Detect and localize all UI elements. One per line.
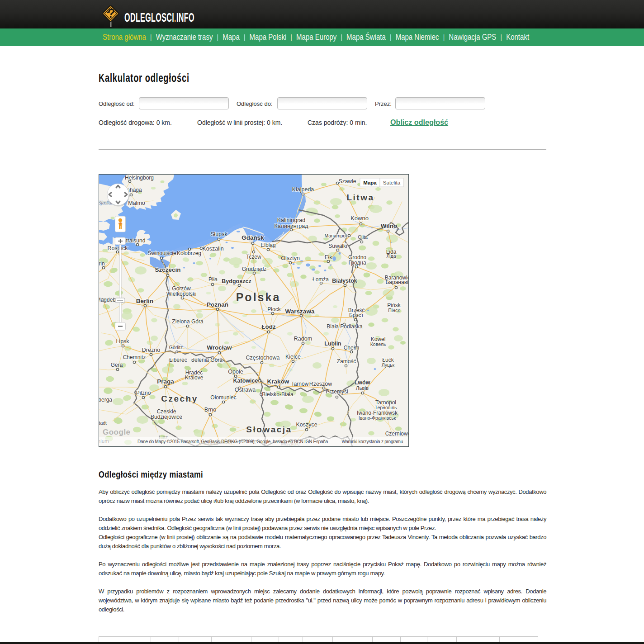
svg-text:Kaliningrad: Kaliningrad: [277, 217, 306, 223]
svg-text:Kołobrzeg: Kołobrzeg: [177, 250, 201, 256]
svg-text:Warszawa: Warszawa: [285, 308, 315, 315]
svg-text:Łomża: Łomża: [313, 276, 329, 283]
svg-text:Gdańsk: Gdańsk: [242, 234, 264, 241]
svg-text:Ковель: Ковель: [370, 341, 386, 347]
svg-text:Budziejowice: Budziejowice: [151, 414, 182, 420]
svg-text:Czechy: Czechy: [161, 394, 198, 403]
svg-text:Bielsko-Biała: Bielsko-Biała: [262, 391, 294, 398]
svg-text:Olsztyn: Olsztyn: [281, 255, 300, 261]
svg-text:Schwerin: Schwerin: [99, 260, 105, 267]
svg-text:Katowice: Katowice: [233, 378, 258, 384]
svg-text:Пінск: Пінск: [388, 308, 400, 313]
svg-text:Słupsk: Słupsk: [210, 231, 227, 237]
svg-text:Tczew: Tczew: [246, 254, 261, 260]
svg-text:Луцьк: Луцьк: [382, 362, 395, 368]
svg-text:Białystok: Białystok: [332, 278, 357, 284]
svg-text:Norymberga: Norymberga: [99, 397, 112, 403]
svg-text:Rostock: Rostock: [107, 245, 128, 251]
svg-text:Mapa: Mapa: [363, 180, 377, 185]
svg-text:Wielkopolski: Wielkopolski: [166, 291, 197, 297]
svg-text:Lublin: Lublin: [324, 341, 341, 347]
svg-text:Івано-Франківськ: Івано-Франківськ: [359, 415, 396, 421]
svg-text:Ostrawa: Ostrawa: [235, 387, 256, 393]
svg-text:Görlitz: Görlitz: [169, 345, 183, 350]
svg-text:Zamość: Zamość: [337, 358, 356, 365]
svg-text:Radom: Radom: [294, 336, 312, 342]
svg-text:Łódź: Łódź: [261, 323, 276, 330]
svg-text:Брэст: Брэст: [349, 312, 364, 318]
svg-text:Helsingborg: Helsingborg: [125, 175, 154, 181]
svg-text:Szczecin: Szczecin: [155, 266, 180, 273]
svg-text:Dane do Mapy ©2015 Basarsoft,: Dane do Mapy ©2015 Basarsoft, GeoBasis-D…: [137, 439, 328, 444]
svg-text:Elbląg: Elbląg: [260, 242, 275, 248]
svg-text:Mariampol: Mariampol: [324, 233, 346, 238]
svg-text:Jelenia Góra: Jelenia Góra: [192, 357, 223, 363]
svg-text:Баранавічы: Баранавічы: [385, 279, 408, 285]
svg-text:Ліда: Ліда: [386, 253, 396, 259]
svg-text:Koszalin: Koszalin: [202, 246, 223, 252]
svg-text:Berlin: Berlin: [136, 298, 153, 304]
svg-text:Olita: Olita: [358, 234, 368, 240]
svg-text:Kraków: Kraków: [267, 378, 289, 385]
svg-text:Ingolstadt: Ingolstadt: [99, 420, 107, 426]
svg-text:Chełm: Chełm: [344, 345, 360, 351]
svg-text:Warunki korzystania z programu: Warunki korzystania z programu: [341, 439, 403, 444]
svg-text:Liberec: Liberec: [169, 357, 187, 363]
svg-text:Szawle: Szawle: [339, 178, 356, 185]
svg-text:Drezno: Drezno: [142, 347, 160, 353]
svg-text:Wilno: Wilno: [381, 223, 398, 229]
svg-text:Lipsk: Lipsk: [116, 338, 129, 345]
svg-text:Zielona Góra: Zielona Góra: [172, 318, 204, 325]
svg-text:Калининград: Калининград: [274, 223, 308, 229]
svg-text:Pilzno: Pilzno: [136, 390, 151, 396]
svg-text:Гродна: Гродна: [348, 260, 366, 266]
svg-text:Piła: Piła: [208, 276, 218, 283]
svg-text:Praga: Praga: [157, 378, 174, 385]
svg-text:Kralove: Kralove: [185, 374, 204, 381]
svg-text:Polska: Polska: [236, 291, 281, 303]
svg-text:Gera: Gera: [111, 362, 123, 368]
svg-text:Kowno: Kowno: [350, 215, 369, 222]
svg-text:Litwa: Litwa: [346, 193, 374, 202]
svg-text:Львів: Львів: [356, 385, 369, 391]
svg-text:Koszyce: Koszyce: [296, 421, 317, 428]
svg-text:Słowacja: Słowacja: [246, 425, 292, 434]
svg-text:Stralsund: Stralsund: [123, 237, 146, 244]
svg-text:Kłajpeda: Kłajpeda: [292, 186, 314, 193]
svg-text:Kielce: Kielce: [285, 354, 301, 360]
svg-text:Czerniowce: Czerniowce: [385, 431, 408, 437]
svg-text:Płock: Płock: [267, 306, 281, 313]
svg-text:Wrocław: Wrocław: [207, 344, 232, 351]
svg-text:Ełk: Ełk: [325, 254, 333, 260]
svg-text:Malmo: Malmo: [128, 200, 145, 206]
svg-text:Grudziądz: Grudziądz: [242, 266, 267, 272]
svg-text:Satelita: Satelita: [383, 180, 401, 185]
svg-text:Brno: Brno: [204, 407, 216, 413]
svg-text:Rzeszów: Rzeszów: [309, 381, 333, 387]
svg-text:Suwałki: Suwałki: [328, 243, 347, 249]
svg-text:Częstochowa: Częstochowa: [246, 355, 279, 361]
svg-text:Chemnitz: Chemnitz: [123, 354, 146, 360]
svg-text:Bydgoszcz: Bydgoszcz: [222, 278, 251, 284]
svg-text:Lwów: Lwów: [355, 379, 370, 386]
svg-text:Google: Google: [103, 428, 131, 436]
svg-text:Tarnów: Tarnów: [291, 381, 309, 387]
svg-text:Świnoujście: Świnoujście: [147, 250, 176, 256]
svg-text:Poznań: Poznań: [207, 301, 228, 308]
svg-text:Opole: Opole: [228, 369, 243, 375]
svg-text:Biała Podlaska: Biała Podlaska: [327, 323, 363, 330]
svg-text:Ołomuniec: Ołomuniec: [210, 394, 236, 401]
svg-text:Przemyśl: Przemyśl: [326, 388, 348, 395]
